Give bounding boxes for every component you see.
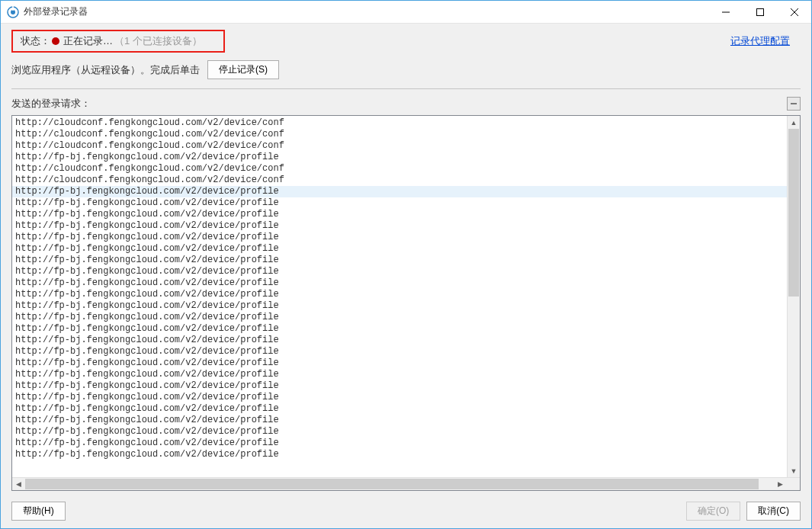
request-list-item[interactable]: http://fp-bj.fengkongcloud.com/v2/device… [12,220,787,232]
request-list-item[interactable]: http://fp-bj.fengkongcloud.com/v2/device… [12,357,787,369]
request-list-item[interactable]: http://cloudconf.fengkongcloud.com/v2/de… [12,117,787,129]
proxy-config-link[interactable]: 记录代理配置 [730,34,801,48]
status-row: 状态： 正在记录… （1 个已连接设备） 记录代理配置 [1,24,811,56]
request-list-item[interactable]: http://fp-bj.fengkongcloud.com/v2/device… [12,266,787,277]
request-list-item[interactable]: http://fp-bj.fengkongcloud.com/v2/device… [12,403,787,415]
request-list-item[interactable]: http://fp-bj.fengkongcloud.com/v2/device… [12,289,787,300]
footer: 帮助(H) 确定(O) 取消(C) [1,497,811,528]
scroll-down-arrow-icon[interactable]: ▼ [788,464,801,477]
request-list-item[interactable]: http://fp-bj.fengkongcloud.com/v2/device… [12,369,787,380]
vertical-scroll-thumb[interactable] [788,129,799,297]
request-list-item[interactable]: http://fp-bj.fengkongcloud.com/v2/device… [12,380,787,392]
window-title: 外部登录记录器 [24,5,88,18]
scroll-right-arrow-icon[interactable]: ▶ [774,478,787,491]
request-list-item[interactable]: http://fp-bj.fengkongcloud.com/v2/device… [12,209,787,220]
recording-dot-icon [52,37,59,45]
collapse-button[interactable] [787,97,801,111]
request-list-item[interactable]: http://fp-bj.fengkongcloud.com/v2/device… [12,335,787,346]
vertical-scroll-track[interactable] [788,129,800,464]
request-list[interactable]: http://cloudconf.fengkongcloud.com/v2/de… [12,116,787,477]
request-list-item[interactable]: http://fp-bj.fengkongcloud.com/v2/device… [12,392,787,403]
app-window: 外部登录记录器 状态： 正在记录… （1 个已连接设备） 记录代理配置 浏览 [0,0,812,529]
horizontal-scroll-track[interactable] [25,478,774,490]
request-list-item[interactable]: http://fp-bj.fengkongcloud.com/v2/device… [12,152,787,163]
window-controls [708,1,811,23]
request-list-item[interactable]: http://fp-bj.fengkongcloud.com/v2/device… [12,232,787,243]
request-list-item[interactable]: http://fp-bj.fengkongcloud.com/v2/device… [12,438,787,449]
request-list-item[interactable]: http://fp-bj.fengkongcloud.com/v2/device… [12,346,787,357]
instruction-text: 浏览应用程序（从远程设备）。完成后单击 [11,63,200,77]
app-icon [7,6,19,18]
request-list-item[interactable]: http://fp-bj.fengkongcloud.com/v2/device… [12,415,787,426]
request-list-item[interactable]: http://fp-bj.fengkongcloud.com/v2/device… [12,312,787,323]
request-list-item[interactable]: http://fp-bj.fengkongcloud.com/v2/device… [12,449,787,460]
status-label: 状态： [21,34,50,48]
request-list-container: http://cloudconf.fengkongcloud.com/v2/de… [11,115,801,491]
maximize-button[interactable] [743,1,777,23]
request-list-item[interactable]: http://fp-bj.fengkongcloud.com/v2/device… [12,300,787,312]
svg-rect-2 [12,6,14,11]
request-list-item[interactable]: http://fp-bj.fengkongcloud.com/v2/device… [12,197,787,209]
section-header: 发送的登录请求： [1,89,811,114]
status-recording-text: 正在记录… [63,34,113,48]
section-title: 发送的登录请求： [11,97,91,111]
request-list-body: http://cloudconf.fengkongcloud.com/v2/de… [12,116,800,477]
scroll-up-arrow-icon[interactable]: ▲ [788,116,801,129]
request-list-item[interactable]: http://fp-bj.fengkongcloud.com/v2/device… [12,426,787,438]
scroll-left-arrow-icon[interactable]: ◀ [12,478,25,491]
instruction-row: 浏览应用程序（从远程设备）。完成后单击 停止记录(S) [1,56,811,88]
request-list-item[interactable]: http://fp-bj.fengkongcloud.com/v2/device… [12,243,787,255]
request-list-item[interactable]: http://fp-bj.fengkongcloud.com/v2/device… [12,255,787,266]
vertical-scrollbar[interactable]: ▲ ▼ [787,116,800,477]
stop-recording-button[interactable]: 停止记录(S) [207,60,279,79]
request-list-item[interactable]: http://fp-bj.fengkongcloud.com/v2/device… [12,277,787,289]
request-list-item[interactable]: http://cloudconf.fengkongcloud.com/v2/de… [12,140,787,152]
request-list-item[interactable]: http://cloudconf.fengkongcloud.com/v2/de… [12,175,787,186]
scroll-corner [787,478,800,491]
ok-button[interactable]: 确定(O) [686,502,740,521]
svg-rect-4 [756,8,763,15]
horizontal-scrollbar[interactable]: ◀ ▶ [12,477,800,490]
body-area: 状态： 正在记录… （1 个已连接设备） 记录代理配置 浏览应用程序（从远程设备… [1,24,811,528]
minimize-button[interactable] [708,1,743,23]
horizontal-scroll-thumb[interactable] [25,479,759,489]
titlebar[interactable]: 外部登录记录器 [1,1,811,24]
help-button[interactable]: 帮助(H) [11,502,66,521]
request-list-item[interactable]: http://cloudconf.fengkongcloud.com/v2/de… [12,163,787,175]
status-devices-text: （1 个已连接设备） [114,34,202,48]
close-button[interactable] [777,1,811,23]
cancel-button[interactable]: 取消(C) [746,502,801,521]
request-list-item[interactable]: http://cloudconf.fengkongcloud.com/v2/de… [12,129,787,140]
request-list-item[interactable]: http://fp-bj.fengkongcloud.com/v2/device… [12,186,787,197]
request-list-item[interactable]: http://fp-bj.fengkongcloud.com/v2/device… [12,323,787,335]
status-box: 状态： 正在记录… （1 个已连接设备） [11,30,225,53]
